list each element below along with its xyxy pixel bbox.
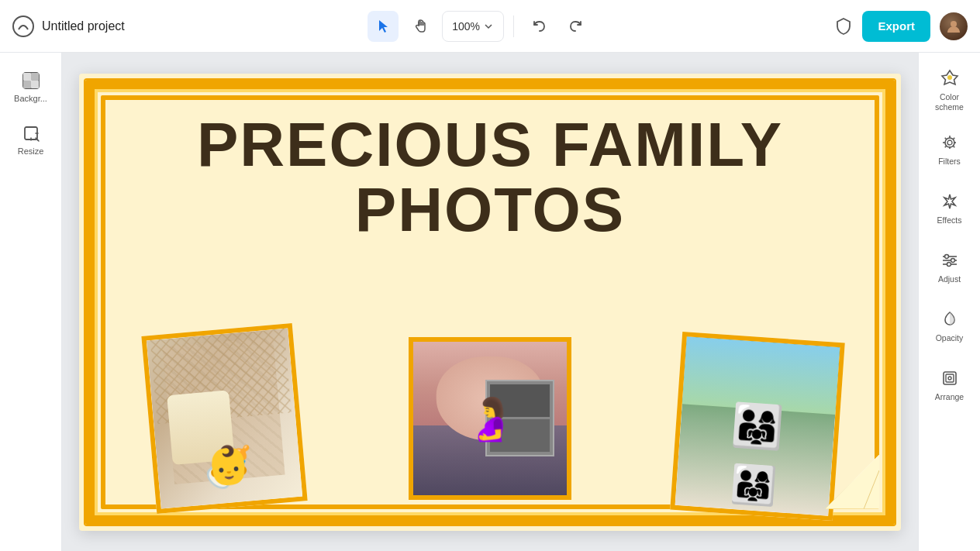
- adjust-icon: [939, 250, 961, 271]
- svg-point-27: [944, 255, 948, 259]
- filters-label: Filters: [938, 157, 961, 166]
- svg-rect-7: [23, 73, 31, 81]
- sidebar-item-adjust[interactable]: Adjust: [922, 239, 978, 294]
- photo-frame-baby[interactable]: 🍼: [141, 322, 307, 513]
- color-scheme-label: Colorscheme: [935, 92, 964, 112]
- svg-rect-33: [946, 374, 954, 382]
- background-label: Backgr...: [14, 94, 47, 103]
- opacity-icon: [939, 308, 961, 330]
- svg-line-24: [953, 138, 954, 139]
- svg-line-22: [944, 138, 946, 139]
- resize-icon: [21, 123, 41, 143]
- center-controls: 100%: [134, 11, 826, 42]
- svg-point-17: [947, 140, 952, 145]
- svg-point-34: [948, 377, 951, 380]
- photo-pregnant-placeholder: [413, 342, 567, 495]
- pan-tool-button[interactable]: [405, 11, 436, 42]
- resize-label: Resize: [18, 146, 44, 156]
- export-button[interactable]: Export: [862, 11, 930, 42]
- canvas-title: PRECIOUS FAMILY PHOTOS: [118, 112, 862, 243]
- left-sidebar: Backgr... Resize: [0, 53, 62, 551]
- sidebar-item-effects[interactable]: Effects: [922, 180, 978, 236]
- sidebar-item-arrange[interactable]: Arrange: [922, 356, 978, 412]
- effects-label: Effects: [937, 215, 962, 225]
- svg-point-16: [945, 138, 954, 147]
- svg-point-31: [947, 263, 951, 267]
- svg-point-15: [947, 75, 952, 80]
- logo-area: Untitled project: [12, 15, 125, 37]
- sidebar-item-resize[interactable]: Resize: [6, 115, 56, 164]
- color-scheme-icon: [939, 67, 961, 89]
- svg-point-29: [951, 259, 954, 263]
- svg-rect-10: [23, 81, 31, 88]
- canvas-area: PRECIOUS FAMILY PHOTOS 🍼: [62, 53, 918, 551]
- sidebar-item-color-scheme[interactable]: Colorscheme: [922, 62, 978, 118]
- topbar: Untitled project 100%: [0, 0, 980, 53]
- adjust-label: Adjust: [938, 274, 961, 284]
- title-line1: PRECIOUS FAMILY: [197, 110, 783, 179]
- sidebar-item-filters[interactable]: Filters: [922, 121, 978, 177]
- undo-button[interactable]: [523, 11, 554, 42]
- redo-button[interactable]: [561, 11, 592, 42]
- filters-icon: [939, 132, 961, 153]
- redo-icon: [568, 19, 584, 34]
- svg-line-23: [953, 146, 954, 147]
- design-canvas[interactable]: PRECIOUS FAMILY PHOTOS 🍼: [79, 74, 901, 531]
- photo-baby-placeholder: 🍼: [147, 328, 302, 508]
- zoom-level: 100%: [452, 20, 480, 33]
- zoom-control-button[interactable]: 100%: [442, 11, 504, 42]
- arrange-label: Arrange: [935, 392, 964, 401]
- photo-frame-family[interactable]: 👨‍👩‍👧: [670, 331, 845, 520]
- svg-rect-9: [31, 73, 39, 81]
- right-controls: Export: [834, 11, 968, 42]
- sidebar-item-opacity[interactable]: Opacity: [922, 298, 978, 353]
- photo-frame-pregnant[interactable]: [409, 337, 571, 500]
- project-title: Untitled project: [42, 19, 125, 33]
- shield-icon[interactable]: [834, 17, 853, 36]
- right-sidebar: Colorscheme Filters Effects: [918, 53, 980, 551]
- select-tool-button[interactable]: [368, 11, 399, 42]
- chevron-down-icon: [483, 21, 494, 32]
- undo-icon: [531, 19, 547, 34]
- effects-icon: [939, 191, 961, 212]
- background-icon: [21, 71, 41, 91]
- toolbar-divider: [513, 15, 514, 37]
- photo-family-placeholder: 👨‍👩‍👧: [675, 336, 840, 515]
- user-avatar[interactable]: [940, 12, 968, 40]
- arrange-icon: [939, 367, 961, 389]
- svg-line-25: [944, 146, 946, 147]
- sidebar-item-background[interactable]: Backgr...: [6, 62, 56, 112]
- title-line2: PHOTOS: [355, 175, 625, 244]
- app-logo-icon: [12, 15, 34, 37]
- opacity-label: Opacity: [936, 333, 964, 343]
- svg-rect-8: [31, 81, 39, 88]
- svg-point-5: [951, 21, 957, 27]
